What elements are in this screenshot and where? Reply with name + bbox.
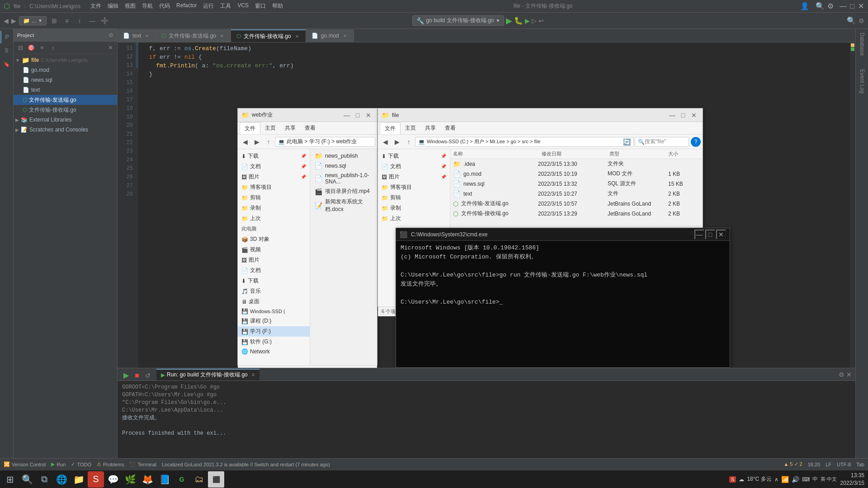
menu-edit[interactable]: 编辑 bbox=[105, 2, 121, 10]
ime-icon[interactable]: 中 bbox=[812, 475, 818, 483]
explorer1-tab-file[interactable]: 文件 bbox=[240, 122, 260, 134]
collapse-all-btn[interactable]: ⊟ bbox=[15, 43, 25, 53]
tree-item-newssql[interactable]: 📄 news.sql bbox=[14, 75, 117, 85]
project-sidebar-toggle[interactable]: P bbox=[0, 31, 13, 43]
right-sidebar-icon2[interactable]: Event Log bbox=[857, 67, 867, 95]
explorer1-item-docs2[interactable]: 📄文档 bbox=[238, 265, 310, 276]
explorer1-item-blog[interactable]: 📁博客项目 bbox=[238, 182, 310, 192]
explorer1-item-study[interactable]: 💾学习 (F:) bbox=[238, 326, 310, 337]
tab-text[interactable]: 📄 text ✕ bbox=[118, 29, 156, 42]
tree-root[interactable]: ▼ 📁 file C:\Users\Mr.Lee\go\s bbox=[14, 55, 117, 65]
debug-button[interactable]: 🐛 bbox=[514, 16, 523, 25]
explorer2-item-record[interactable]: 📁录制 bbox=[378, 203, 450, 213]
input-method-label[interactable]: 英·中文 bbox=[821, 476, 837, 483]
expand-btn[interactable]: ↕ bbox=[48, 43, 58, 53]
explorer1-file-docx[interactable]: 📝 新闻发布系统文档.docx bbox=[312, 197, 375, 215]
menu-refactor[interactable]: Refactor bbox=[174, 2, 199, 10]
gear-icon[interactable]: ⚙ bbox=[108, 32, 113, 38]
play-button[interactable]: ▶ bbox=[506, 16, 512, 26]
explorer1-item-music[interactable]: 🎵音乐 bbox=[238, 286, 310, 296]
explorer1-file-snapshot[interactable]: 📄 news_publish-1.0-SNA... bbox=[312, 171, 375, 186]
explorer1-item-video[interactable]: 🎬视频 bbox=[238, 244, 310, 255]
line-col-indicator[interactable]: 16:20 bbox=[808, 462, 821, 467]
tab-gomod[interactable]: 📄 go.mod ✕ bbox=[306, 29, 354, 42]
panel-settings-btn[interactable]: ≡ bbox=[37, 43, 47, 53]
app-explorer[interactable]: 🗂 bbox=[191, 471, 207, 488]
line-sep-indicator[interactable]: LF bbox=[826, 462, 831, 467]
explorer2-tab-file[interactable]: 文件 bbox=[380, 122, 401, 134]
coverage-button[interactable]: ▶ bbox=[525, 17, 530, 24]
menu-navigate[interactable]: 导航 bbox=[139, 2, 156, 10]
bookmarks-toggle[interactable]: 🔖 bbox=[0, 58, 13, 70]
close-button[interactable]: ✕ bbox=[858, 3, 864, 9]
help-btn[interactable]: ? bbox=[691, 137, 701, 147]
explorer1-item-record[interactable]: 📁录制 bbox=[238, 203, 310, 213]
run-play-btn[interactable]: ▶ bbox=[121, 371, 131, 380]
col-date[interactable]: 修改日期 bbox=[542, 150, 609, 157]
app-goland[interactable]: G bbox=[174, 471, 190, 488]
menu-vcs[interactable]: VCS bbox=[235, 2, 251, 10]
app-terminal[interactable]: ⬛ bbox=[208, 471, 224, 488]
toolbar-action-5[interactable]: ➕ bbox=[100, 16, 110, 26]
run-status-item[interactable]: ▶ Run bbox=[51, 461, 66, 467]
tree-item-external-libs[interactable]: ▶ 📚 External Libraries bbox=[14, 115, 117, 125]
menu-code[interactable]: 代码 bbox=[156, 2, 173, 10]
explorer1-item-download2[interactable]: ⬇下载 bbox=[238, 276, 310, 286]
tree-item-gomod[interactable]: 📄 go.mod bbox=[14, 65, 117, 75]
tab-close-receiver[interactable]: ✕ bbox=[294, 33, 300, 39]
toolbar-action-2[interactable]: ≡ bbox=[62, 16, 72, 26]
explorer1-tab-share[interactable]: 共享 bbox=[280, 122, 300, 134]
menu-tools[interactable]: 工具 bbox=[217, 2, 234, 10]
run-settings-btn[interactable]: ⚙ bbox=[839, 371, 844, 378]
tab-receiver[interactable]: ⬡ 文件传输-接收端.go ✕ bbox=[231, 29, 306, 42]
run-close-btn[interactable]: ✕ bbox=[846, 371, 852, 378]
explorer1-up-btn[interactable]: ↑ bbox=[263, 136, 274, 147]
run-config-dropdown[interactable]: 🔧 go build 文件传输-接收端.go ▼ bbox=[412, 15, 504, 26]
explorer2-item-edit[interactable]: 📁剪辑 bbox=[378, 192, 450, 203]
explorer1-minimize-btn[interactable]: — bbox=[342, 110, 352, 120]
explorer2-refresh-btn[interactable]: 🔄 bbox=[623, 138, 631, 145]
explorer1-item-download[interactable]: ⬇下载📌 bbox=[238, 151, 310, 161]
start-button[interactable]: ⊞ bbox=[2, 471, 18, 488]
explorer2-item-pics[interactable]: 🖼图片📌 bbox=[378, 172, 450, 182]
volume-icon[interactable]: 🔊 bbox=[792, 476, 799, 483]
edge-browser[interactable]: 🌐 bbox=[53, 471, 70, 488]
explorer1-address-bar[interactable]: 💻 此电脑 > 学习 (F:) > web作业 bbox=[275, 137, 375, 147]
explorer2-tab-share[interactable]: 共享 bbox=[420, 122, 440, 134]
cmd-close-btn[interactable]: ✕ bbox=[716, 230, 726, 239]
app-4[interactable]: 🦊 bbox=[139, 471, 156, 488]
menu-view[interactable]: 视图 bbox=[122, 2, 138, 10]
file-row-text[interactable]: 📄 text 2022/3/15 10:27 文件 2 KB bbox=[450, 189, 703, 199]
notification-item[interactable]: Localized GoLand 2021.3.2 is available /… bbox=[162, 462, 330, 467]
menu-window[interactable]: 窗口 bbox=[252, 2, 269, 10]
explorer2-back-btn[interactable]: ◀ bbox=[380, 136, 391, 147]
problems-item[interactable]: ⚠ Problems bbox=[97, 461, 124, 467]
explorer1-forward-btn[interactable]: ▶ bbox=[251, 136, 262, 147]
menu-help[interactable]: 帮助 bbox=[269, 2, 286, 10]
tab-sender[interactable]: ⬡ 文件传输-发送端.go ✕ bbox=[156, 29, 231, 42]
task-view[interactable]: ⧉ bbox=[36, 471, 52, 488]
project-dropdown[interactable]: 📁 ... ▼ bbox=[19, 16, 47, 25]
tree-item-scratches[interactable]: ▶ 📝 Scratches and Consoles bbox=[14, 125, 117, 135]
explorer1-file-news-sql[interactable]: 📄 news.sql bbox=[312, 161, 375, 171]
toolbar-settings-icon[interactable]: ⚙ bbox=[859, 17, 864, 24]
explorer1-maximize-btn[interactable]: □ bbox=[353, 110, 363, 120]
input-method-icon[interactable]: S bbox=[729, 476, 736, 483]
minimize-button[interactable]: — bbox=[840, 3, 846, 9]
file-row-receiver[interactable]: ⬡ 文件传输-接收端.go 2022/3/15 13:29 JetBrains … bbox=[450, 209, 703, 219]
tab-close-gomod[interactable]: ✕ bbox=[342, 33, 348, 39]
file-row-sender[interactable]: ⬡ 文件传输-发送端.go 2022/3/15 10:57 JetBrains … bbox=[450, 199, 703, 209]
file-row-gomod[interactable]: 📄 go.mod 2022/3/15 10:19 MOD 文件 1 KB bbox=[450, 169, 703, 179]
search-icon[interactable]: 🔍 bbox=[816, 2, 825, 10]
explorer1-close-btn[interactable]: ✕ bbox=[363, 110, 373, 120]
menu-run[interactable]: 运行 bbox=[200, 2, 217, 10]
back-btn[interactable]: ◀ bbox=[4, 17, 9, 24]
explorer1-item-network[interactable]: 🌐Network bbox=[238, 347, 310, 356]
explorer1-item-software[interactable]: 💾软件 (G:) bbox=[238, 337, 310, 347]
explorer2-item-blog[interactable]: 📁博客项目 bbox=[378, 182, 450, 192]
explorer1-item-course[interactable]: 💾课程 (D:) bbox=[238, 316, 310, 326]
app-2[interactable]: 💬 bbox=[105, 471, 121, 488]
run-tab-close[interactable]: ✕ bbox=[251, 372, 255, 377]
search-everywhere-icon[interactable]: 🔍 bbox=[847, 16, 856, 25]
toolbar-action-1[interactable]: ⊞ bbox=[49, 16, 59, 26]
